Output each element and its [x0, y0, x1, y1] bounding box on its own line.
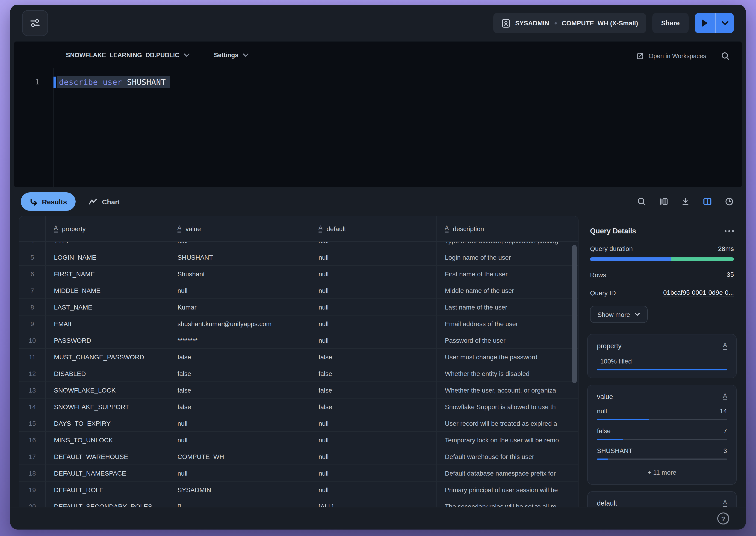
cell-default: null — [310, 316, 436, 332]
external-link-icon — [636, 52, 644, 60]
row-number: 10 — [19, 332, 45, 348]
cell-default: null — [310, 282, 436, 298]
header-value[interactable]: A value — [169, 216, 310, 241]
table-row[interactable]: 15 DAYS_TO_EXPIRY null null User record … — [19, 415, 578, 432]
show-more-label: Show more — [597, 311, 630, 318]
table-row[interactable]: 14 SNOWFLAKE_SUPPORT false false Snowfla… — [19, 399, 578, 415]
cell-value: COMPUTE_WH — [169, 448, 310, 464]
cell-value: null — [169, 282, 310, 298]
question-icon[interactable]: ? — [717, 513, 729, 524]
database-schema-selector[interactable]: SNOWFLAKE_LEARNING_DB.PUBLIC — [66, 52, 190, 58]
worksheet-settings-button[interactable] — [22, 10, 48, 36]
cell-description: Default database namespace prefix for — [436, 465, 578, 481]
header-description[interactable]: A description — [436, 216, 578, 241]
text-type-icon: A — [723, 500, 727, 507]
columns-icon[interactable] — [659, 197, 668, 206]
role-warehouse-selector[interactable]: SYSADMIN COMPUTE_WH (X-Small) — [493, 13, 646, 33]
run-options-button[interactable] — [716, 13, 734, 33]
ellipsis-icon[interactable] — [725, 230, 734, 232]
cell-description: The secondary roles will be set to all r… — [436, 498, 578, 507]
cell-property: DEFAULT_NAMESPACE — [45, 465, 169, 481]
header-property[interactable]: A property — [45, 216, 169, 241]
row-number: 18 — [19, 465, 45, 481]
results-table: A property A value A default A descripti… — [19, 216, 579, 507]
zigzag-icon — [88, 198, 97, 205]
cell-value: false — [169, 349, 310, 365]
stat-fill — [597, 439, 623, 440]
separator-dot — [554, 22, 557, 24]
cell-default: null — [310, 482, 436, 498]
property-fill — [597, 369, 727, 370]
table-row[interactable]: 9 EMAIL shushant.kumar@unifyapps.com nul… — [19, 316, 578, 332]
stat-fill — [597, 459, 608, 460]
rows-count-link[interactable]: 35 — [727, 271, 734, 279]
table-row[interactable]: 12 DISABLED false false Whether the enti… — [19, 365, 578, 382]
show-more-values-link[interactable]: + 11 more — [597, 469, 727, 477]
database-schema-label: SNOWFLAKE_LEARNING_DB.PUBLIC — [66, 52, 179, 58]
cell-property: SNOWFLAKE_LOCK — [45, 382, 169, 398]
table-row[interactable]: 18 DEFAULT_NAMESPACE null null Default d… — [19, 465, 578, 482]
cell-value: Kumar — [169, 299, 310, 315]
row-number: 17 — [19, 448, 45, 464]
chevron-down-icon — [183, 53, 190, 57]
show-more-button[interactable]: Show more — [590, 306, 648, 323]
cell-description: Temporary lock on the user will be remo — [436, 432, 578, 448]
table-header: A property A value A default A descripti… — [19, 216, 578, 242]
download-icon[interactable] — [681, 197, 690, 206]
stat-bar — [597, 439, 727, 440]
cell-value: SHUSHANT — [169, 249, 310, 265]
table-row[interactable]: 17 DEFAULT_WAREHOUSE COMPUTE_WH null Def… — [19, 448, 578, 465]
cell-value: shushant.kumar@unifyapps.com — [169, 316, 310, 332]
query-details-title: Query Details — [590, 227, 636, 235]
query-id-link[interactable]: 01bcaf95-0001-0d9e-0... — [663, 289, 734, 297]
line-number: 1 — [14, 78, 53, 86]
run-button[interactable] — [694, 13, 715, 33]
tab-results[interactable]: Results — [21, 192, 76, 211]
sql-editor[interactable]: SNOWFLAKE_LEARNING_DB.PUBLIC Settings — [14, 42, 742, 187]
query-duration-bar — [590, 257, 734, 261]
clock-icon[interactable] — [725, 197, 734, 206]
search-results-icon[interactable] — [637, 197, 646, 206]
property-fill-bar — [597, 369, 727, 370]
table-row[interactable]: 19 DEFAULT_ROLE SYSADMIN null Primary pr… — [19, 482, 578, 498]
header-default[interactable]: A default — [310, 216, 436, 241]
settings-menu[interactable]: Settings — [214, 52, 249, 58]
row-number: 20 — [19, 498, 45, 507]
split-panel-icon[interactable] — [703, 197, 712, 206]
desktop-background: SYSADMIN COMPUTE_WH (X-Small) Share — [0, 0, 756, 536]
table-row[interactable]: 20 DEFAULT_SECONDARY_ROLES [] [ALL] The … — [19, 498, 578, 507]
editor-header: SNOWFLAKE_LEARNING_DB.PUBLIC Settings — [14, 42, 742, 60]
table-row[interactable]: 6 FIRST_NAME Shushant null First name of… — [19, 266, 578, 282]
table-row[interactable]: 7 MIDDLE_NAME null null Middle name of t… — [19, 282, 578, 299]
table-row[interactable]: 5 LOGIN_NAME SHUSHANT null Login name of… — [19, 249, 578, 266]
cell-value: false — [169, 365, 310, 382]
search-icon[interactable] — [721, 52, 730, 60]
table-vertical-scrollbar[interactable] — [572, 245, 577, 383]
share-button[interactable]: Share — [652, 13, 688, 33]
stat-name: SHUSHANT — [597, 447, 632, 454]
cell-default: null — [310, 266, 436, 282]
settings-label: Settings — [214, 52, 238, 58]
cell-description: Whether the entity is disabled — [436, 365, 578, 382]
table-row[interactable]: 16 MINS_TO_UNLOCK null null Temporary lo… — [19, 432, 578, 448]
text-cursor — [53, 76, 56, 88]
code-line-1[interactable]: 1 describe user SHUSHANT — [14, 76, 742, 88]
text-type-icon: A — [54, 225, 58, 232]
table-row[interactable]: 11 MUST_CHANGE_PASSWORD false false User… — [19, 349, 578, 365]
table-row[interactable]: 13 SNOWFLAKE_LOCK false false Whether th… — [19, 382, 578, 399]
sql-identifier: SHUSHANT — [127, 78, 166, 87]
cell-property: PASSWORD — [45, 332, 169, 348]
tab-chart[interactable]: Chart — [88, 198, 120, 206]
table-row[interactable]: 4 TYPE null null Type of the account, ap… — [19, 242, 578, 249]
cell-value: null — [169, 415, 310, 431]
open-in-workspaces-button[interactable]: Open in Workspaces — [636, 52, 706, 60]
default-stats-card: default A — [587, 491, 737, 507]
cell-property: MINS_TO_UNLOCK — [45, 432, 169, 448]
cell-value: false — [169, 399, 310, 415]
cell-description: Last name of the user — [436, 299, 578, 315]
cell-default: null — [310, 299, 436, 315]
table-row[interactable]: 8 LAST_NAME Kumar null Last name of the … — [19, 299, 578, 316]
table-row[interactable]: 10 PASSWORD ******** null Password of th… — [19, 332, 578, 349]
top-bar-right: SYSADMIN COMPUTE_WH (X-Small) Share — [493, 13, 734, 33]
cell-default: false — [310, 382, 436, 398]
